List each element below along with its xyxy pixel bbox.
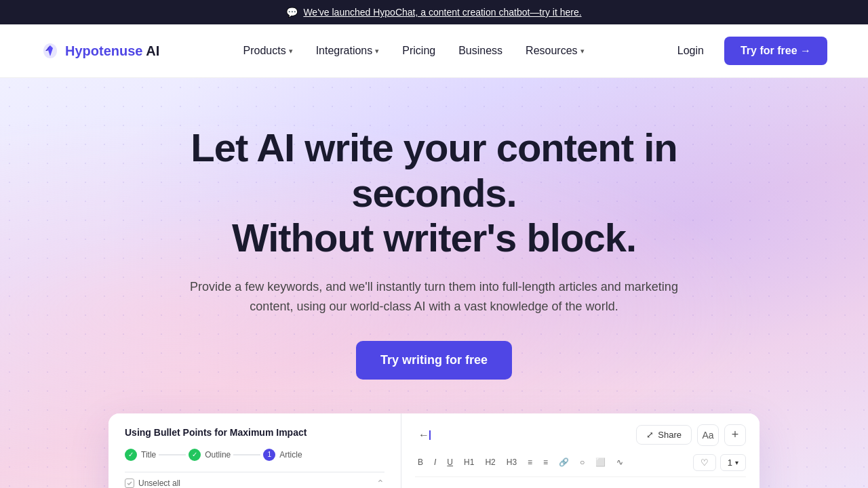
progress-steps: ✓ Title ✓ Outline 1 Article	[125, 449, 384, 461]
step-outline: ✓ Outline	[189, 449, 231, 461]
version-number: 1	[728, 458, 732, 468]
fmt-circle[interactable]: ○	[577, 456, 587, 468]
back-button[interactable]: ←	[415, 426, 434, 445]
cursor	[429, 430, 431, 440]
step-article-label: Article	[279, 450, 302, 460]
preview-actions: ⤢ Share Aa +	[636, 424, 746, 446]
nav-pricing-label: Pricing	[402, 45, 435, 57]
plus-icon: +	[732, 428, 739, 442]
logo[interactable]: Hypotenuse AI	[41, 41, 159, 60]
hero-title-line2: Without writer's block.	[232, 216, 636, 260]
app-preview: Using Bullet Points for Maximum Impact ✓…	[108, 413, 760, 488]
chevron-down-icon: ▾	[735, 459, 738, 466]
announcement-link[interactable]: We've launched HypoChat, a content creat…	[303, 7, 581, 18]
fmt-h2[interactable]: H2	[482, 456, 498, 468]
navbar: Hypotenuse AI Products ▾ Integrations ▾ …	[0, 24, 868, 78]
preview-right-panel: ← ⤢ Share Aa + B	[401, 413, 760, 488]
hero-title-line1: Let AI write your content in seconds.	[191, 125, 677, 215]
add-button[interactable]: +	[724, 424, 746, 446]
nav-pricing[interactable]: Pricing	[393, 39, 445, 62]
translate-icon: Aa	[702, 430, 713, 441]
nav-products-label: Products	[243, 45, 286, 57]
step-title-icon: ✓	[125, 449, 137, 461]
chevron-down-icon: ▾	[289, 47, 293, 56]
nav-business[interactable]: Business	[449, 39, 512, 62]
fmt-italic[interactable]: I	[431, 456, 439, 468]
nav-resources[interactable]: Resources ▾	[516, 39, 593, 62]
step-divider-2	[233, 454, 260, 455]
version-button[interactable]: 1 ▾	[720, 454, 746, 471]
try-for-free-button[interactable]: Try for free →	[724, 37, 827, 65]
expand-icon[interactable]: ⌃	[376, 478, 384, 488]
share-icon: ⤢	[646, 430, 654, 440]
step-outline-icon: ✓	[189, 449, 201, 461]
fmt-right: ♡ 1 ▾	[693, 454, 746, 471]
logo-text: Hypotenuse AI	[65, 43, 159, 59]
hero-title: Let AI write your content in seconds. Wi…	[129, 125, 739, 261]
fmt-h3[interactable]: H3	[504, 456, 519, 468]
share-label: Share	[658, 430, 682, 440]
preview-text-content: Have you ever seen a LinkedIn post or ar…	[415, 485, 746, 488]
heart-button[interactable]: ♡	[693, 454, 716, 471]
logo-icon	[41, 41, 60, 60]
fmt-bold[interactable]: B	[415, 456, 426, 468]
preview-formatting-toolbar: B I U H1 H2 H3 ≡ ≡ 🔗 ○ ⬜ ∿ ♡	[415, 454, 746, 477]
fmt-unordered-list[interactable]: ≡	[525, 456, 535, 468]
share-button[interactable]: ⤢ Share	[636, 425, 692, 445]
hero-cta-button[interactable]: Try writing for free	[356, 341, 512, 380]
announcement-bar: 💬 We've launched HypoChat, a content cre…	[0, 0, 868, 24]
fmt-left: B I U H1 H2 H3 ≡ ≡ 🔗 ○ ⬜ ∿	[415, 456, 626, 468]
step-title-label: Title	[141, 450, 156, 460]
preview-left-panel: Using Bullet Points for Maximum Impact ✓…	[108, 413, 401, 488]
nav-integrations[interactable]: Integrations ▾	[307, 39, 389, 62]
nav-links: Products ▾ Integrations ▾ Pricing Busine…	[234, 39, 594, 62]
back-icon: ←	[418, 429, 429, 441]
unselect-label: Unselect all	[138, 479, 180, 488]
step-outline-label: Outline	[205, 450, 231, 460]
preview-toolbar-top: ← ⤢ Share Aa +	[415, 424, 746, 446]
fmt-underline[interactable]: U	[444, 456, 456, 468]
heart-icon: ♡	[701, 458, 709, 468]
hero-content: Let AI write your content in seconds. Wi…	[129, 125, 739, 413]
chevron-down-icon: ▾	[580, 47, 585, 56]
fmt-ordered-list[interactable]: ≡	[540, 456, 551, 468]
chevron-down-icon: ▾	[375, 47, 379, 56]
nav-business-label: Business	[458, 45, 502, 57]
fmt-link[interactable]: 🔗	[556, 456, 572, 468]
hero-subtitle: Provide a few keywords, and we'll instan…	[190, 277, 678, 317]
translate-button[interactable]: Aa	[697, 424, 719, 446]
step-divider-1	[159, 454, 186, 455]
preview-doc-title: Using Bullet Points for Maximum Impact	[125, 427, 384, 438]
login-button[interactable]: Login	[668, 39, 713, 62]
nav-resources-label: Resources	[526, 45, 577, 57]
step-title: ✓ Title	[125, 449, 156, 461]
step-article: 1 Article	[263, 449, 302, 461]
nav-products[interactable]: Products ▾	[234, 39, 302, 62]
fmt-image[interactable]: ⬜	[593, 456, 608, 468]
nav-actions: Login Try for free →	[668, 37, 827, 65]
unselect-bar: Unselect all ⌃	[125, 472, 384, 488]
unselect-check[interactable]: Unselect all	[125, 479, 180, 488]
announcement-icon: 💬	[286, 7, 298, 18]
checkbox-icon	[125, 479, 134, 488]
step-article-icon: 1	[263, 449, 275, 461]
fmt-wave[interactable]: ∿	[614, 456, 626, 468]
nav-integrations-label: Integrations	[316, 45, 373, 57]
hero-section: Let AI write your content in seconds. Wi…	[0, 78, 868, 488]
fmt-h1[interactable]: H1	[461, 456, 477, 468]
